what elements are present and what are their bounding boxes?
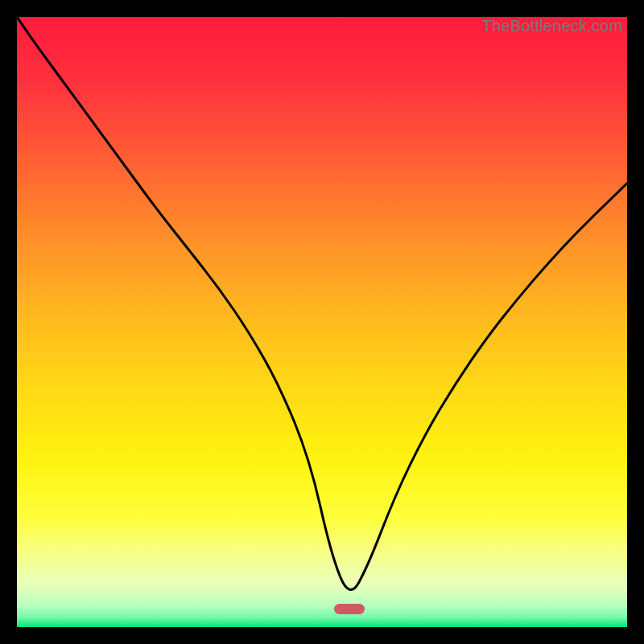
chart-canvas [17, 17, 627, 627]
optimal-point-marker [334, 604, 365, 614]
gradient-background [17, 17, 627, 627]
watermark-text: TheBottleneck.com [481, 17, 622, 35]
chart-frame: TheBottleneck.com [17, 17, 627, 627]
